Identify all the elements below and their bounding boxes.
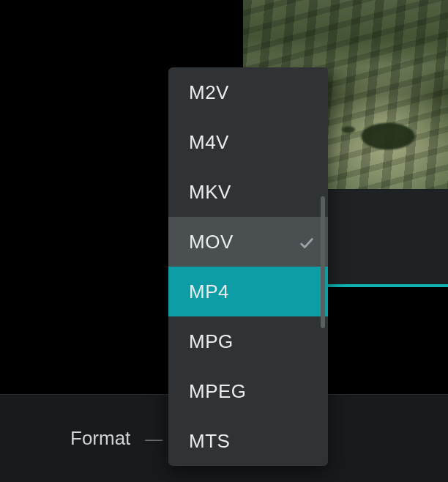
format-option-label: MPG [189,330,234,353]
format-option-label: M2V [189,81,229,104]
format-value-placeholder: — [145,429,164,449]
check-icon [299,234,315,250]
format-dropdown-list: M2V M4V MKV MOV MP4 MPG MPEG MTS [168,67,328,466]
format-option-label: MP4 [189,281,229,303]
format-option-mpeg[interactable]: MPEG [168,366,328,416]
format-label: Format [70,427,130,450]
format-option-label: MTS [189,430,230,453]
format-option-m2v[interactable]: M2V [168,67,328,117]
format-option-mkv[interactable]: MKV [168,167,328,217]
format-option-mp4[interactable]: MP4 [168,267,328,316]
format-option-label: MPEG [189,380,247,403]
format-option-mpg[interactable]: MPG [168,316,328,366]
format-option-mts[interactable]: MTS [168,416,328,466]
dropdown-scrollbar-thumb[interactable] [321,196,325,328]
format-option-m4v[interactable]: M4V [168,117,328,167]
format-option-label: MOV [189,231,234,253]
dropdown-scrollbar-track[interactable] [319,67,326,466]
format-option-label: M4V [189,131,229,154]
format-option-label: MKV [189,181,231,204]
timeline-playhead-bar [328,284,448,287]
format-option-mov[interactable]: MOV [168,217,328,267]
format-dropdown[interactable]: M2V M4V MKV MOV MP4 MPG MPEG MTS [168,67,328,466]
